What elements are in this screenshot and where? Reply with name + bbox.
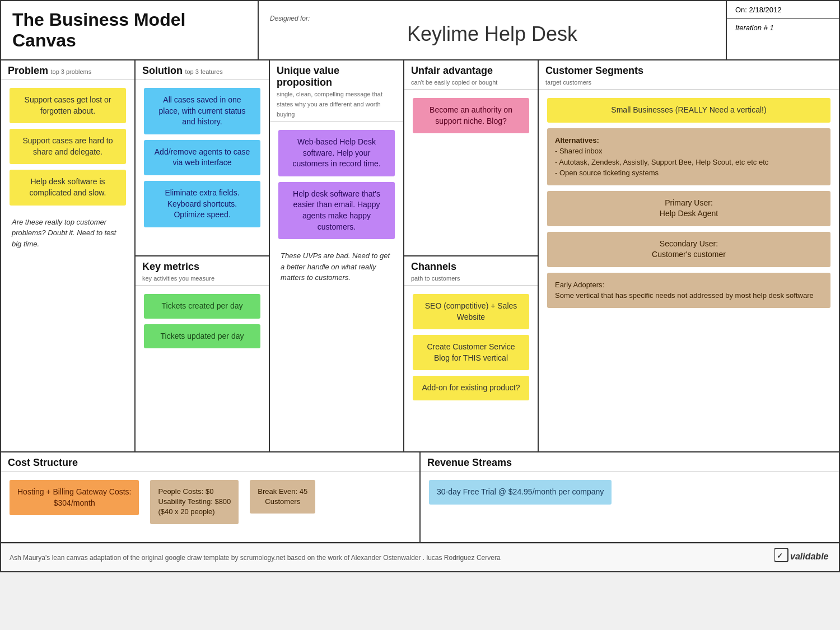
designed-for-label: Designed for: xyxy=(270,15,310,22)
solution-section: Solution top 3 features All cases saved … xyxy=(136,60,269,256)
revenue-title: Revenue Streams xyxy=(427,457,512,468)
segments-alternatives: Alternatives: - Shared inbox- Autotask, … xyxy=(547,128,830,185)
channels-note-2: Create Customer Service Blog for THIS ve… xyxy=(413,335,529,370)
segments-subtitle: target customers xyxy=(545,79,591,86)
unfair-note-1: Become an authority on support niche. Bl… xyxy=(413,98,529,133)
footer: Ash Maurya's lean canvas adaptation of t… xyxy=(1,543,839,571)
revenue-header: Revenue Streams xyxy=(421,452,839,472)
keymetrics-content: Tickets created per day Tickets updated … xyxy=(136,286,269,357)
segments-early-adopters: Early Adopters:Some vertical that has sp… xyxy=(547,273,830,308)
unfair-subtitle: can't be easily copied or bought xyxy=(411,79,497,86)
segments-column: Customer Segments target customers Small… xyxy=(539,60,839,451)
problem-header: Problem top 3 problems xyxy=(1,60,134,80)
alternatives-text: - Shared inbox- Autotask, Zendesk, Assis… xyxy=(555,147,768,177)
page-title: The Business Model Canvas xyxy=(12,10,246,51)
segments-header: Customer Segments target customers xyxy=(539,60,839,90)
solution-note-3: Eliminate extra fields. Keyboard shortcu… xyxy=(144,181,260,227)
problem-note-1: Support cases get lost or forgotten abou… xyxy=(10,88,126,123)
problem-title: Problem xyxy=(8,65,48,76)
company-name: Keylime Help Desk xyxy=(407,22,577,46)
cost-structure-column: Cost Structure Hosting + Billing Gateway… xyxy=(1,452,421,542)
keymetrics-title: Key metrics xyxy=(142,261,199,272)
cost-note-1: Hosting + Billing Gateway Costs:$304/mon… xyxy=(10,480,139,515)
on-label: On: xyxy=(735,6,747,14)
uvp-subtitle: single, clean, compelling message that s… xyxy=(277,91,382,118)
cost-header: Cost Structure xyxy=(1,452,419,472)
header-date: On: 2/18/2012 xyxy=(727,1,839,19)
revenue-streams-column: Revenue Streams 30-day Free Trial @ $24.… xyxy=(421,452,839,542)
problem-column: Problem top 3 problems Support cases get… xyxy=(1,60,136,451)
unfair-header: Unfair advantage can't be easily copied … xyxy=(404,60,538,90)
header: The Business Model Canvas Designed for: … xyxy=(1,1,839,60)
solution-content: All cases saved in one place, with curre… xyxy=(136,80,269,236)
uvp-title: Unique value proposition xyxy=(277,65,339,88)
problem-note-2: Support cases are hard to share and dele… xyxy=(10,129,126,164)
segments-content: Small Businesses (REALLY Need a vertical… xyxy=(539,90,839,316)
header-center: Designed for: Keylime Help Desk xyxy=(259,1,727,59)
cost-title: Cost Structure xyxy=(8,457,78,468)
cost-note-3: Break Even: 45Customers xyxy=(250,480,315,514)
svg-text:✓: ✓ xyxy=(777,552,783,560)
iteration-label: Iteration # xyxy=(735,24,768,32)
keymetrics-header: Key metrics key activities you measure xyxy=(136,256,269,286)
segments-secondary-user: Secondary User:Customer's customer xyxy=(547,232,830,267)
keymetrics-subtitle: key activities you measure xyxy=(142,275,214,282)
canvas-bottom: Cost Structure Hosting + Billing Gateway… xyxy=(1,452,839,542)
solution-title: Solution xyxy=(142,65,183,76)
segments-primary-user: Primary User:Help Desk Agent xyxy=(547,191,830,226)
problem-note-3: Help desk software is complicated and sl… xyxy=(10,170,126,205)
keymetrics-note-2: Tickets updated per day xyxy=(144,324,260,349)
problem-content: Support cases get lost or forgotten abou… xyxy=(1,80,134,258)
solution-note-1: All cases saved in one place, with curre… xyxy=(144,88,260,134)
alternatives-label: Alternatives: xyxy=(555,136,599,144)
header-title-section: The Business Model Canvas xyxy=(1,1,259,59)
footer-text: Ash Maurya's lean canvas adaptation of t… xyxy=(10,554,501,562)
cost-content: Hosting + Billing Gateway Costs:$304/mon… xyxy=(1,472,419,533)
uvp-italic: These UVPs are bad. Need to get a better… xyxy=(273,245,400,289)
canvas-grid: Problem top 3 problems Support cases get… xyxy=(1,60,839,543)
solution-header: Solution top 3 features xyxy=(136,60,269,80)
uvp-note-2: Help desk software that's easier than em… xyxy=(278,182,395,239)
problem-italic: Are these really top customer problems? … xyxy=(4,211,132,255)
header-iteration: Iteration # 1 xyxy=(727,19,839,36)
date-value: 2/18/2012 xyxy=(749,6,782,14)
validable-logo-icon: ✓ validable xyxy=(774,548,830,564)
iteration-number: 1 xyxy=(769,24,773,32)
segments-note-1: Small Businesses (REALLY Need a vertical… xyxy=(547,98,830,123)
unfair-section: Unfair advantage can't be easily copied … xyxy=(404,60,538,256)
channels-content: SEO (competitive) + Sales Website Create… xyxy=(404,286,538,409)
uvp-content: Web-based Help Desk software. Help your … xyxy=(270,122,403,292)
unfair-content: Become an authority on support niche. Bl… xyxy=(404,90,538,142)
solution-subtitle: top 3 features xyxy=(185,68,222,75)
channels-header: Channels path to customers xyxy=(404,256,538,286)
svg-text:validable: validable xyxy=(790,552,829,561)
keymetrics-note-1: Tickets created per day xyxy=(144,294,260,319)
uvp-column: Unique value proposition single, clean, … xyxy=(270,60,404,451)
solution-column: Solution top 3 features All cases saved … xyxy=(136,60,270,451)
channels-note-3: Add-on for existing product? xyxy=(413,376,529,400)
canvas-main: Problem top 3 problems Support cases get… xyxy=(1,60,839,452)
revenue-content: 30-day Free Trial @ $24.95/month per com… xyxy=(421,472,839,513)
uvp-header: Unique value proposition single, clean, … xyxy=(270,60,403,122)
solution-note-2: Add/remove agents to case via web interf… xyxy=(144,140,260,175)
channels-note-1: SEO (competitive) + Sales Website xyxy=(413,294,529,329)
unfair-title: Unfair advantage xyxy=(411,65,493,76)
keymetrics-section: Key metrics key activities you measure T… xyxy=(136,256,269,451)
canvas-container: The Business Model Canvas Designed for: … xyxy=(0,0,840,572)
channels-section: Channels path to customers SEO (competit… xyxy=(404,256,538,451)
footer-logo: ✓ validable xyxy=(774,548,830,567)
unfair-channels-column: Unfair advantage can't be easily copied … xyxy=(404,60,539,451)
uvp-note-1: Web-based Help Desk software. Help your … xyxy=(278,130,395,176)
header-right: On: 2/18/2012 Iteration # 1 xyxy=(727,1,839,59)
channels-title: Channels xyxy=(411,261,456,272)
revenue-note-1: 30-day Free Trial @ $24.95/month per com… xyxy=(429,480,612,505)
channels-subtitle: path to customers xyxy=(411,275,460,282)
cost-note-2: People Costs: $0Usability Testing: $800(… xyxy=(150,480,239,524)
segments-title: Customer Segments xyxy=(545,65,643,76)
problem-subtitle: top 3 problems xyxy=(50,68,91,75)
